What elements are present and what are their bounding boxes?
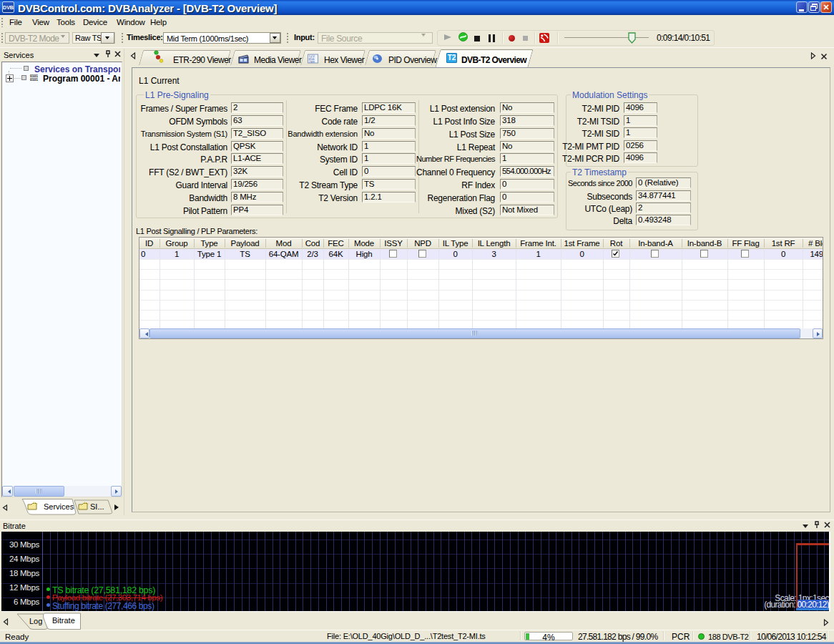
svg-text:789: 789 [309, 60, 315, 64]
